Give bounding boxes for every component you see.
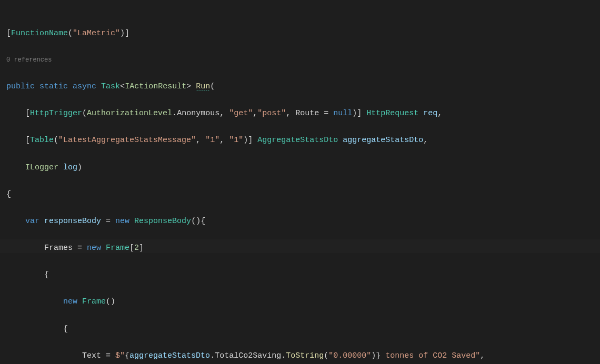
attribute-name: HttpTrigger xyxy=(30,109,82,118)
keyword: new xyxy=(87,244,101,252)
string-literal: "LatestAggregateStatsMessage" xyxy=(58,136,196,145)
brace: { xyxy=(6,190,11,199)
property: TotalCo2Saving xyxy=(215,351,281,360)
keyword: null xyxy=(333,109,352,118)
code-line[interactable]: public static async Task<IActionResult> … xyxy=(6,80,594,94)
code-line[interactable]: Text = $"{aggregateStatsDto.TotalCo2Savi… xyxy=(6,349,594,363)
type: Frame xyxy=(101,244,129,252)
code-line[interactable]: new Frame() xyxy=(6,295,594,309)
brace: { xyxy=(63,325,68,333)
local-var: responseBody xyxy=(39,217,106,226)
interp-string: $" xyxy=(115,351,125,360)
bracket: [ xyxy=(6,29,11,38)
code-line[interactable]: [Table("LatestAggregateStatsMessage", "1… xyxy=(6,134,594,147)
code-line[interactable]: { xyxy=(6,188,594,201)
code-line[interactable]: [HttpTrigger(AuthorizationLevel.Anonymou… xyxy=(6,107,594,120)
code-editor[interactable]: [FunctionName("LaMetric")] 0 references … xyxy=(0,0,600,364)
type: AggregateStatsDto xyxy=(257,136,338,145)
number-literal: 2 xyxy=(134,244,139,252)
keyword: static xyxy=(39,82,68,91)
keyword: new xyxy=(115,217,129,226)
parameter: log xyxy=(58,163,77,172)
string-literal: "post" xyxy=(257,109,286,118)
property: Frames xyxy=(44,244,73,252)
string-literal: "0.00000" xyxy=(328,351,371,360)
code-line[interactable]: Frames = new Frame[2] xyxy=(6,241,594,255)
method-name: Run xyxy=(196,82,210,91)
type: Frame xyxy=(77,297,106,306)
attribute-name: Table xyxy=(30,136,54,145)
keyword: public xyxy=(6,82,35,91)
type: Task xyxy=(101,82,120,91)
code-line[interactable]: ILogger log) xyxy=(6,161,594,175)
code-line[interactable]: [FunctionName("LaMetric")] xyxy=(6,27,594,41)
property: Route xyxy=(295,109,319,118)
string-literal: "LaMetric" xyxy=(73,29,120,38)
keyword: async xyxy=(73,82,96,91)
type: HttpRequest xyxy=(366,109,418,118)
attribute-name: FunctionName xyxy=(11,29,68,38)
identifier: aggregateStatsDto xyxy=(129,351,210,360)
code-line[interactable]: var responseBody = new ResponseBody(){ xyxy=(6,215,594,228)
string-literal: "1" xyxy=(205,136,219,145)
parameter: req xyxy=(418,109,437,118)
enum-member: Anonymous xyxy=(177,109,219,118)
enum-type: AuthorizationLevel xyxy=(87,109,172,118)
code-line[interactable]: { xyxy=(6,268,594,282)
type: ILogger xyxy=(25,163,58,172)
string-literal: "1" xyxy=(229,136,243,145)
codelens-references[interactable]: 0 references xyxy=(6,54,594,66)
string-literal: "get" xyxy=(229,109,253,118)
method: ToString xyxy=(286,351,324,360)
type: IActionResult xyxy=(125,82,186,91)
property: Text xyxy=(82,351,101,360)
string-tail: tonnes of CO2 Saved" xyxy=(381,351,480,360)
brace: { xyxy=(44,270,49,279)
keyword: var xyxy=(25,217,39,226)
code-line[interactable]: { xyxy=(6,322,594,336)
keyword: new xyxy=(63,297,77,306)
type: ResponseBody xyxy=(129,217,191,226)
parameter: aggregateStatsDto xyxy=(338,136,423,145)
